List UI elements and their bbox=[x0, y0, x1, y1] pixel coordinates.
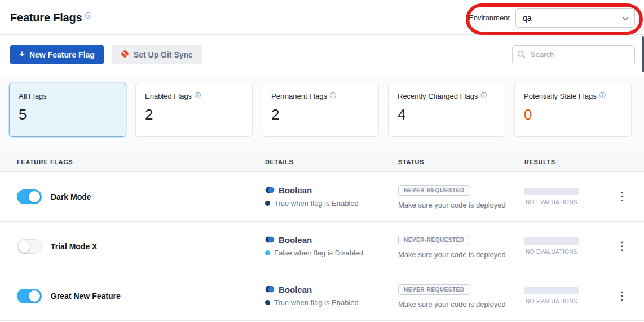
table-header: FEATURE FLAGS DETAILS STATUS RESULTS bbox=[0, 152, 644, 172]
value-dot-icon bbox=[265, 300, 270, 305]
plus-icon: + bbox=[19, 49, 25, 59]
stat-card-value: 4 bbox=[398, 106, 496, 123]
table-row: Great New Feature Boolean True when flag… bbox=[0, 271, 644, 321]
git-sync-button[interactable]: Set Up Git Sync bbox=[112, 45, 202, 64]
flag-toggle[interactable] bbox=[17, 289, 42, 303]
status-badge: NEVER-REQUESTED bbox=[398, 284, 470, 295]
value-dot-icon bbox=[265, 250, 270, 255]
flag-name[interactable]: Trial Mode X bbox=[51, 242, 97, 251]
info-icon[interactable]: ⓘ bbox=[480, 92, 487, 99]
boolean-icon bbox=[265, 285, 275, 294]
boolean-icon bbox=[265, 186, 275, 195]
table-row: Trial Mode X Boolean False when flag is … bbox=[0, 222, 644, 271]
scrollbar-thumb[interactable] bbox=[642, 36, 644, 72]
stat-card-recently-changed-flags[interactable]: Recently Changed Flags ⓘ 4 bbox=[388, 83, 505, 137]
stat-card-all-flags[interactable]: All Flags 5 bbox=[9, 83, 126, 137]
value-description: False when flag is Disabled bbox=[274, 249, 363, 257]
flag-type: Boolean bbox=[279, 285, 312, 294]
info-icon[interactable]: ⓘ bbox=[599, 92, 606, 99]
table-row: Dark Mode Boolean True when flag is Enab… bbox=[0, 172, 644, 222]
stat-card-value: 5 bbox=[19, 106, 117, 123]
stat-card-label: Permanent Flags bbox=[271, 92, 327, 100]
toggle-knob bbox=[29, 191, 40, 202]
results-bar bbox=[524, 188, 579, 195]
status-text: Make sure your code is deployed bbox=[398, 300, 524, 308]
kebab-menu-icon[interactable]: ⋮ bbox=[612, 237, 632, 254]
results-text: NO EVALUATIONS bbox=[524, 249, 579, 255]
search-icon bbox=[517, 50, 526, 61]
stats-cards: All Flags 5 Enabled Flags ⓘ 2 Permanent … bbox=[0, 74, 644, 152]
stat-card-label: All Flags bbox=[19, 92, 47, 100]
column-header-results: RESULTS bbox=[524, 158, 609, 165]
flag-toggle[interactable] bbox=[17, 189, 42, 204]
results-bar bbox=[524, 237, 579, 245]
column-header-status: STATUS bbox=[398, 158, 524, 165]
column-header-feature-flags: FEATURE FLAGS bbox=[17, 158, 265, 165]
new-feature-flag-button[interactable]: + New Feature Flag bbox=[10, 45, 104, 64]
value-dot-icon bbox=[265, 201, 270, 206]
status-badge: NEVER-REQUESTED bbox=[398, 185, 470, 196]
git-icon bbox=[121, 50, 129, 60]
flag-name[interactable]: Dark Mode bbox=[51, 192, 91, 201]
flag-type: Boolean bbox=[279, 235, 312, 245]
stat-card-enabled-flags[interactable]: Enabled Flags ⓘ 2 bbox=[135, 83, 253, 137]
stat-card-potentially-stale-flags[interactable]: Potentially Stale Flags ⓘ 0 bbox=[514, 83, 632, 137]
status-badge: NEVER-REQUESTED bbox=[398, 235, 470, 245]
value-description: True when flag is Enabled bbox=[274, 298, 359, 307]
environment-value: qa bbox=[523, 14, 532, 23]
git-sync-label: Set Up Git Sync bbox=[134, 50, 193, 59]
new-feature-flag-label: New Feature Flag bbox=[29, 50, 95, 59]
kebab-menu-icon[interactable]: ⋮ bbox=[612, 287, 632, 304]
stat-card-permanent-flags[interactable]: Permanent Flags ⓘ 2 bbox=[262, 83, 379, 137]
stat-card-value: 2 bbox=[145, 106, 243, 123]
toggle-knob bbox=[19, 241, 30, 252]
kebab-menu-icon[interactable]: ⋮ bbox=[612, 188, 632, 205]
stat-card-value: 0 bbox=[524, 106, 622, 123]
status-text: Make sure your code is deployed bbox=[398, 201, 524, 209]
toolbar: + New Feature Flag Set Up Git Sync bbox=[0, 35, 644, 74]
stat-card-label: Enabled Flags bbox=[145, 92, 192, 100]
info-icon[interactable]: ⓘ bbox=[195, 92, 201, 99]
flag-type: Boolean bbox=[279, 186, 312, 195]
stat-card-value: 2 bbox=[271, 106, 369, 123]
flag-toggle[interactable] bbox=[17, 239, 42, 254]
page-header: Feature Flags ⓘ Environment qa bbox=[0, 0, 644, 35]
stat-card-label: Potentially Stale Flags bbox=[524, 92, 597, 100]
flag-name[interactable]: Great New Feature bbox=[51, 292, 121, 301]
environment-label: Environment bbox=[469, 14, 510, 22]
column-header-details: DETAILS bbox=[265, 158, 398, 165]
page-title: Feature Flags bbox=[10, 11, 82, 24]
results-text: NO EVALUATIONS bbox=[524, 199, 579, 205]
info-icon[interactable]: ⓘ bbox=[330, 92, 336, 99]
stat-card-label: Recently Changed Flags bbox=[398, 92, 478, 100]
value-description: True when flag is Enabled bbox=[274, 199, 359, 208]
status-text: Make sure your code is deployed bbox=[398, 250, 524, 259]
results-text: NO EVALUATIONS bbox=[524, 298, 579, 305]
boolean-icon bbox=[265, 235, 275, 245]
search-input[interactable] bbox=[512, 45, 635, 64]
info-icon[interactable]: ⓘ bbox=[85, 12, 91, 19]
chevron-down-icon bbox=[622, 13, 629, 23]
environment-select[interactable]: qa bbox=[515, 8, 635, 28]
toggle-knob bbox=[29, 290, 40, 302]
results-bar bbox=[524, 287, 579, 294]
flags-table: FEATURE FLAGS DETAILS STATUS RESULTS Dar… bbox=[0, 152, 644, 321]
